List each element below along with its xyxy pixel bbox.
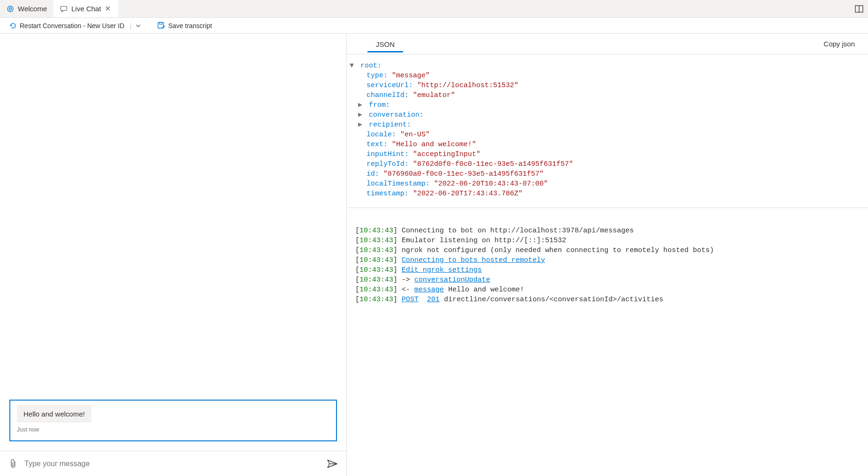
twisty-icon[interactable]: ▶ <box>358 120 365 130</box>
copy-json-button[interactable]: Copy json <box>823 40 855 48</box>
json-tab[interactable]: JSON <box>367 36 403 52</box>
message-timestamp: Just now <box>17 426 329 433</box>
main-split: Hello and welcome! Just now JSON Copy js… <box>0 34 868 476</box>
tab-bar: Welcome Live Chat <box>0 0 868 18</box>
tab-livechat[interactable]: Live Chat <box>53 0 118 17</box>
log-line: [10:43:43] Connecting to bot on http://l… <box>355 226 860 236</box>
inspector-header: JSON Copy json <box>347 34 868 54</box>
close-icon[interactable] <box>105 6 112 12</box>
log-line: [10:43:43] Connecting to bots hosted rem… <box>355 255 860 265</box>
twisty-icon[interactable]: ▼ <box>350 61 356 71</box>
chat-input-row <box>0 451 346 476</box>
twisty-icon[interactable]: ▶ <box>358 110 365 120</box>
selected-message[interactable]: Hello and welcome! Just now <box>9 400 337 441</box>
welcome-icon <box>7 5 14 13</box>
log-panel[interactable]: [10:43:43] Connecting to bot on http://l… <box>347 208 868 476</box>
chat-messages: Hello and welcome! Just now <box>0 34 346 451</box>
toolbar-divider: | <box>130 22 132 30</box>
log-line: [10:43:43] Edit ngrok settings <box>355 265 860 275</box>
log-link[interactable]: Edit ngrok settings <box>402 266 482 274</box>
tab-livechat-label: Live Chat <box>71 5 101 13</box>
attachment-icon[interactable] <box>8 459 18 469</box>
log-link[interactable]: POST <box>402 296 419 304</box>
twisty-icon[interactable]: ▶ <box>358 100 365 110</box>
send-icon[interactable] <box>327 459 338 469</box>
log-link[interactable]: 201 <box>427 296 440 304</box>
message-input[interactable] <box>24 460 320 468</box>
log-line: [10:43:43] -> conversationUpdate <box>355 275 860 285</box>
log-line: [10:43:43] ngrok not configured (only ne… <box>355 245 860 255</box>
save-label: Save transcript <box>168 22 212 30</box>
svg-point-1 <box>9 7 12 10</box>
restart-conversation-button[interactable]: Restart Conversation - New User ID <box>9 22 124 30</box>
tab-welcome[interactable]: Welcome <box>0 0 53 17</box>
log-line: [10:43:43] Emulator listening on http://… <box>355 236 860 245</box>
chat-pane: Hello and welcome! Just now <box>0 34 347 476</box>
svg-point-0 <box>7 6 13 12</box>
restart-dropdown-chevron[interactable] <box>135 23 141 29</box>
log-link[interactable]: conversationUpdate <box>414 276 490 284</box>
restart-label: Restart Conversation - New User ID <box>20 22 124 30</box>
log-link[interactable]: message <box>414 286 444 294</box>
inspector-pane: JSON Copy json ▼ root: type: "message" s… <box>347 34 868 476</box>
panel-layout-icon[interactable] <box>850 0 868 17</box>
tab-welcome-label: Welcome <box>18 5 47 13</box>
log-line: [10:43:43] POST 201 directline/conversat… <box>355 295 860 305</box>
chat-icon <box>60 5 67 13</box>
log-line: [10:43:43] <- message Hello and welcome! <box>355 285 860 295</box>
save-icon <box>157 22 165 30</box>
svg-rect-2 <box>61 6 67 10</box>
restart-icon <box>9 22 17 30</box>
log-link[interactable]: Connecting to bots hosted remotely <box>402 256 545 264</box>
json-viewer[interactable]: ▼ root: type: "message" serviceUrl: "htt… <box>347 54 868 208</box>
bot-message-bubble: Hello and welcome! <box>17 405 91 423</box>
toolbar: Restart Conversation - New User ID | Sav… <box>0 18 868 34</box>
save-transcript-button[interactable]: Save transcript <box>157 22 212 30</box>
